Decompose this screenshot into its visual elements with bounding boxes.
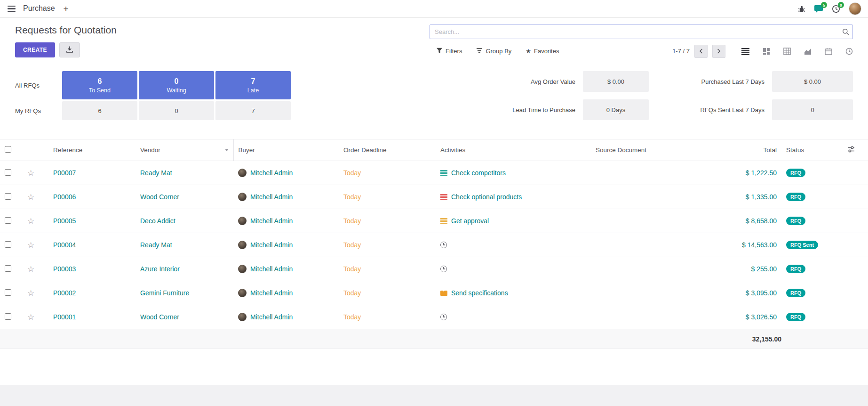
messages-icon[interactable]: 5 (814, 5, 823, 13)
favorite-star-icon[interactable]: ☆ (27, 313, 34, 322)
header-activities[interactable]: Activities (436, 139, 591, 161)
buyer-link[interactable]: Mitchell Admin (250, 217, 293, 225)
apps-hamburger-icon[interactable] (7, 4, 16, 14)
buyer-link[interactable]: Mitchell Admin (250, 289, 293, 297)
reference-link[interactable]: P00001 (53, 313, 76, 321)
row-checkbox[interactable] (5, 193, 11, 200)
tile-late[interactable]: 7 Late (215, 71, 291, 99)
table-row[interactable]: ☆ P00006 Wood Corner Mitchell Admin Toda… (0, 185, 868, 209)
vendor-link[interactable]: Deco Addict (140, 217, 175, 225)
header-source-document[interactable]: Source Document (591, 139, 697, 161)
buyer-link[interactable]: Mitchell Admin (250, 169, 293, 177)
reference-link[interactable]: P00004 (53, 241, 76, 249)
favorite-star-icon[interactable]: ☆ (27, 241, 34, 250)
reference-link[interactable]: P00003 (53, 265, 76, 273)
activity-label[interactable]: Check optional products (451, 193, 522, 201)
filters-button[interactable]: Filters (436, 48, 462, 55)
reference-link[interactable]: P00002 (53, 289, 76, 297)
activity-label[interactable]: Get approval (451, 217, 489, 225)
search-icon[interactable] (842, 28, 849, 37)
pager-previous-button[interactable] (694, 45, 708, 58)
view-kanban-icon[interactable] (763, 48, 770, 55)
activity-label[interactable]: Check competitors (451, 169, 506, 177)
table-row[interactable]: ☆ P00002 Gemini Furniture Mitchell Admin… (0, 281, 868, 305)
favorites-button[interactable]: ★ Favorites (526, 48, 559, 55)
search-input[interactable] (430, 24, 853, 39)
activities-clock-icon[interactable]: 0 (832, 5, 840, 13)
reference-link[interactable]: P00005 (53, 217, 76, 225)
activity-list-teal-icon[interactable] (440, 170, 447, 176)
activity-list-red-icon[interactable] (440, 194, 447, 200)
buyer-link[interactable]: Mitchell Admin (250, 265, 293, 273)
vendor-link[interactable]: Gemini Furniture (140, 289, 189, 297)
activity-envelope-icon[interactable] (440, 291, 447, 296)
group-by-button[interactable]: Group By (476, 48, 511, 55)
row-checkbox[interactable] (5, 169, 11, 176)
row-checkbox[interactable] (5, 241, 11, 248)
app-menu-purchase[interactable]: Purchase (23, 4, 55, 13)
reference-link[interactable]: P00006 (53, 193, 76, 201)
view-calendar-icon[interactable] (825, 48, 832, 55)
avg-order-value-label: Avg Order Value (495, 78, 575, 85)
row-checkbox[interactable] (5, 265, 11, 272)
table-row[interactable]: ☆ P00005 Deco Addict Mitchell Admin Toda… (0, 209, 868, 233)
buyer-link[interactable]: Mitchell Admin (250, 313, 293, 321)
user-avatar[interactable] (849, 2, 861, 15)
buyer-link[interactable]: Mitchell Admin (250, 193, 293, 201)
buyer-link[interactable]: Mitchell Admin (250, 241, 293, 249)
favorite-star-icon[interactable]: ☆ (27, 289, 34, 298)
header-reference[interactable]: Reference (48, 139, 135, 161)
header-order-deadline[interactable]: Order Deadline (339, 139, 436, 161)
favorites-star-icon: ★ (526, 48, 531, 55)
activity-list-yellow-icon[interactable] (440, 218, 447, 224)
chevron-down-icon[interactable] (225, 149, 229, 151)
vendor-link[interactable]: Ready Mat (140, 241, 172, 249)
optional-columns-sliders-icon[interactable] (847, 146, 855, 153)
my-late-count[interactable]: 7 (215, 101, 291, 120)
table-row[interactable]: ☆ P00007 Ready Mat Mitchell Admin Today … (0, 161, 868, 185)
my-waiting-count[interactable]: 0 (139, 101, 214, 120)
vendor-link[interactable]: Ready Mat (140, 169, 172, 177)
activity-clock-icon[interactable] (440, 266, 447, 272)
row-checkbox[interactable] (5, 313, 11, 320)
table-row[interactable]: ☆ P00004 Ready Mat Mitchell Admin Today … (0, 233, 868, 257)
vendor-link[interactable]: Wood Corner (140, 313, 179, 321)
to-send-count: 6 (98, 77, 102, 86)
activity-label[interactable]: Send specifications (451, 289, 508, 297)
header-vendor[interactable]: Vendor (135, 139, 233, 161)
purchased-last-7-days-label: Purchased Last 7 Days (675, 78, 764, 85)
header-status[interactable]: Status (781, 139, 843, 161)
debug-bug-icon[interactable] (798, 5, 805, 13)
view-pivot-icon[interactable] (783, 48, 791, 55)
vendor-link[interactable]: Wood Corner (140, 193, 179, 201)
row-checkbox[interactable] (5, 289, 11, 296)
header-buyer[interactable]: Buyer (233, 139, 339, 161)
view-graph-icon[interactable] (804, 48, 812, 55)
tile-to-send[interactable]: 6 To Send (62, 71, 137, 99)
my-to-send-count[interactable]: 6 (62, 101, 137, 120)
favorite-star-icon[interactable]: ☆ (27, 217, 34, 226)
header-total[interactable]: Total (697, 139, 781, 161)
view-list-icon[interactable] (741, 48, 749, 55)
favorite-star-icon[interactable]: ☆ (27, 169, 34, 178)
late-count: 7 (251, 77, 255, 86)
favorite-star-icon[interactable]: ☆ (27, 193, 34, 202)
pager-next-button[interactable] (712, 45, 725, 58)
favorite-star-icon[interactable]: ☆ (27, 265, 34, 274)
view-activity-icon[interactable] (845, 48, 853, 55)
table-row[interactable]: ☆ P00001 Wood Corner Mitchell Admin Toda… (0, 305, 868, 329)
vendor-link[interactable]: Azure Interior (140, 265, 180, 273)
tile-waiting[interactable]: 0 Waiting (139, 71, 214, 99)
reference-link[interactable]: P00007 (53, 169, 76, 177)
export-button[interactable] (59, 42, 80, 57)
create-button[interactable]: CREATE (15, 42, 55, 57)
row-checkbox[interactable] (5, 217, 11, 224)
select-all-checkbox[interactable] (5, 146, 11, 153)
my-rfqs-label: My RFQs (15, 107, 61, 114)
activity-clock-icon[interactable] (440, 242, 447, 248)
activity-clock-icon[interactable] (440, 314, 447, 320)
table-row[interactable]: ☆ P00003 Azure Interior Mitchell Admin T… (0, 257, 868, 281)
plus-icon[interactable]: + (62, 4, 71, 13)
funnel-icon (436, 48, 443, 55)
rfq-table-body: ☆ P00007 Ready Mat Mitchell Admin Today … (0, 161, 868, 329)
